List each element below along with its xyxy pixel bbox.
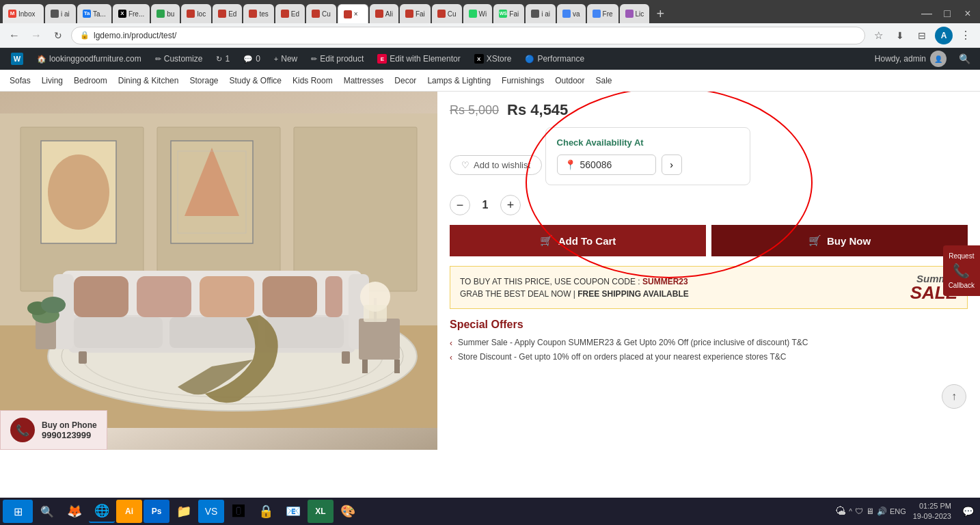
nav-lamps[interactable]: Lamps & Lighting: [427, 76, 491, 85]
taskbar-excel[interactable]: XL: [308, 500, 334, 523]
offer-item-1[interactable]: ‹ Summer Sale - Apply Coupon SUMMER23 & …: [450, 338, 968, 348]
maximize-button[interactable]: □: [938, 4, 957, 23]
nav-mattresses[interactable]: Mattresses: [344, 76, 384, 85]
taskbar-files[interactable]: 📁: [171, 500, 197, 523]
address-bar[interactable]: 🔒 lgdemo.in/product/test/: [71, 27, 865, 44]
tab-iai2[interactable]: i ai: [526, 4, 556, 23]
wp-edit-product[interactable]: ✏ Edit product: [304, 48, 370, 70]
svg-rect-18: [342, 351, 350, 364]
wp-updates[interactable]: ↻ 1: [209, 48, 236, 70]
wp-customize[interactable]: ✏ Customize: [148, 48, 210, 70]
nav-bedroom[interactable]: Bedroom: [74, 76, 107, 85]
wp-comments[interactable]: 💬 0: [236, 48, 267, 70]
nav-dining[interactable]: Dining & Kitchen: [118, 76, 179, 85]
wp-logo-item[interactable]: W: [4, 48, 30, 70]
split-view-icon[interactable]: ⊟: [913, 27, 931, 44]
tab-bu[interactable]: bu: [151, 4, 180, 23]
nav-sale[interactable]: Sale: [596, 76, 612, 85]
quantity-value: 1: [478, 199, 492, 211]
wp-performance[interactable]: 🔵 Performance: [518, 48, 591, 70]
wp-search-icon[interactable]: 🔍: [953, 48, 976, 70]
taskbar-clock[interactable]: 01:25 PM 19-09-2023: [908, 501, 957, 522]
tab-gmail[interactable]: M Inbox: [3, 4, 44, 23]
minimize-button[interactable]: —: [917, 4, 936, 23]
taskbar-paint[interactable]: 🎨: [335, 500, 361, 523]
wp-new[interactable]: + New: [267, 48, 304, 70]
taskbar-chrome[interactable]: 🌐: [89, 500, 115, 523]
tab-add-button[interactable]: +: [651, 4, 670, 23]
phone-info: Buy on Phone 9990123999: [42, 420, 97, 440]
taskbar-opera[interactable]: 🅾: [226, 500, 251, 523]
callback-phone-icon: 📞: [953, 262, 970, 279]
nav-decor[interactable]: Decor: [394, 76, 416, 85]
start-button[interactable]: ⊞: [3, 500, 33, 523]
tab-cu2[interactable]: Cu: [432, 4, 462, 23]
tab-ali[interactable]: Ali: [370, 4, 398, 23]
scroll-to-top-button[interactable]: ↑: [942, 384, 966, 409]
tab-fre[interactable]: Fre: [587, 4, 618, 23]
back-button[interactable]: ←: [5, 27, 23, 44]
close-button[interactable]: ×: [958, 4, 977, 23]
tab-x[interactable]: X Fre...: [113, 4, 150, 23]
offer-text-1: Summer Sale - Apply Coupon SUMMER23 & Ge…: [458, 338, 808, 347]
wp-site-name[interactable]: 🏠 lookinggoodfurniture.com: [30, 48, 148, 70]
nav-furnishings[interactable]: Furnishings: [502, 76, 544, 85]
reload-button[interactable]: ↻: [49, 27, 67, 44]
search-button[interactable]: 🔍: [34, 500, 60, 523]
account-avatar[interactable]: A: [935, 27, 953, 44]
antivirus-icon: 🛡: [855, 507, 863, 516]
tab-lic[interactable]: Lic: [620, 4, 650, 23]
nav-kids[interactable]: Kids Room: [292, 76, 333, 85]
notification-icon[interactable]: 💬: [958, 500, 977, 523]
product-details-panel: Rs 5,000 Rs 4,545 ♡ Add to wishlist Chec…: [437, 92, 980, 450]
offer-item-2[interactable]: ‹ Store Discount - Get upto 10% off on o…: [450, 352, 968, 362]
taskbar-firefox[interactable]: 🦊: [62, 500, 87, 523]
nav-outdoor[interactable]: Outdoor: [555, 76, 584, 85]
taskbar-illustrator[interactable]: Ai: [116, 500, 142, 523]
tab-tasks[interactable]: Ta Ta...: [77, 4, 111, 23]
qty-increase-button[interactable]: +: [500, 195, 521, 215]
buy-now-button[interactable]: 🛒 Buy Now: [711, 225, 968, 256]
callback-button[interactable]: Request 📞 Callback: [943, 245, 980, 296]
download-icon[interactable]: ⬇: [891, 27, 909, 44]
availability-section: Check Availability At 📍 ›: [545, 127, 750, 185]
nav-sofas[interactable]: Sofas: [10, 76, 31, 85]
wishlist-button[interactable]: ♡ Add to wishlist: [450, 155, 542, 175]
tab-cu[interactable]: Cu: [306, 4, 336, 23]
special-offers-section: Special Offers ‹ Summer Sale - Apply Cou…: [450, 319, 968, 362]
check-availability-button[interactable]: ›: [662, 154, 682, 175]
nav-living[interactable]: Living: [42, 76, 63, 85]
tray-up-arrow[interactable]: ^: [849, 508, 852, 515]
nav-study[interactable]: Study & Office: [230, 76, 282, 85]
tab-active[interactable]: ×: [338, 4, 368, 23]
tab-loc[interactable]: loc: [181, 4, 211, 23]
taskbar-vscode[interactable]: VS: [198, 500, 224, 523]
pincode-input-wrap[interactable]: 📍: [557, 154, 656, 175]
wp-edit-elementor[interactable]: E Edit with Elementor: [370, 48, 467, 70]
location-icon: 📍: [564, 159, 576, 170]
qty-decrease-button[interactable]: −: [450, 195, 470, 215]
phone-number: 9990123999: [42, 430, 97, 440]
add-to-cart-button[interactable]: 🛒 Add To Cart: [450, 225, 706, 256]
tab-ed1[interactable]: Ed: [213, 4, 242, 23]
tab-va[interactable]: va: [557, 4, 586, 23]
tab-wi[interactable]: Wi: [463, 4, 493, 23]
tab-iai[interactable]: i ai: [45, 4, 76, 23]
tab-fai[interactable]: Fai: [400, 4, 431, 23]
buy-on-phone-widget[interactable]: 📞 Buy on Phone 9990123999: [0, 410, 107, 450]
pincode-input[interactable]: [580, 159, 649, 170]
svg-rect-25: [169, 317, 258, 348]
tab-ws[interactable]: WS Fai: [493, 4, 524, 23]
taskbar-photoshop[interactable]: Ps: [144, 500, 169, 523]
wp-howdy[interactable]: Howdy, admin 👤: [868, 48, 953, 70]
nav-storage[interactable]: Storage: [189, 76, 218, 85]
taskbar-outlook[interactable]: 📧: [280, 500, 306, 523]
bookmark-icon[interactable]: ☆: [869, 27, 887, 44]
tab-tes[interactable]: tes: [243, 4, 273, 23]
browser-menu-icon[interactable]: ⋮: [957, 27, 975, 44]
wp-xstore[interactable]: X XStore: [467, 48, 519, 70]
tab-ed2[interactable]: Ed: [275, 4, 305, 23]
forward-button[interactable]: →: [27, 27, 45, 44]
svg-rect-19: [74, 276, 128, 317]
taskbar-vpn[interactable]: 🔒: [253, 500, 279, 523]
